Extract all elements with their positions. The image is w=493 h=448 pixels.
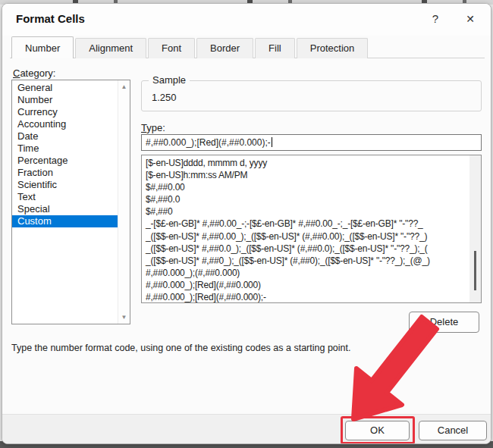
tab-font[interactable]: Font bbox=[148, 38, 195, 58]
type-input[interactable]: #,##0.000_);[Red](#,##0.000);- bbox=[141, 134, 482, 151]
type-option[interactable]: #,##0.000_);[Red](#,##0.000) bbox=[142, 279, 469, 291]
type-option[interactable]: #,##0.000_);(#,##0.000) bbox=[142, 267, 469, 279]
type-option[interactable]: [$-en-US]h:mm:ss AM/PM bbox=[142, 169, 469, 181]
tab-fill[interactable]: Fill bbox=[255, 38, 295, 58]
category-item-date[interactable]: Date bbox=[12, 130, 118, 143]
category-item-percentage[interactable]: Percentage bbox=[12, 155, 118, 167]
close-icon[interactable]: ✕ bbox=[457, 8, 483, 30]
footer-bar bbox=[2, 414, 491, 443]
category-item-number[interactable]: Number bbox=[12, 94, 118, 106]
scroll-down-icon[interactable]: ▼ bbox=[118, 314, 130, 321]
text-cursor bbox=[272, 137, 272, 147]
type-option[interactable]: $#,##0 bbox=[142, 205, 469, 218]
category-item-accounting[interactable]: Accounting bbox=[12, 118, 118, 130]
type-option[interactable]: _([$$-en-US]* #,##0.0_);_([$$-en-US]* (#… bbox=[142, 243, 469, 255]
sample-groupbox: Sample 1.250 bbox=[141, 80, 482, 111]
type-scrollbar[interactable] bbox=[469, 155, 481, 302]
help-icon[interactable]: ? bbox=[422, 8, 448, 30]
category-item-special[interactable]: Special bbox=[12, 203, 118, 215]
category-item-currency[interactable]: Currency bbox=[12, 106, 118, 118]
cancel-button[interactable]: Cancel bbox=[419, 421, 487, 440]
tab-protection[interactable]: Protection bbox=[297, 38, 369, 58]
delete-button[interactable]: Delete bbox=[409, 312, 479, 333]
ok-button[interactable]: OK bbox=[345, 421, 410, 440]
category-item-fraction[interactable]: Fraction bbox=[12, 167, 118, 179]
category-label: Category: bbox=[13, 67, 55, 79]
type-input-value: #,##0.000_);[Red](#,##0.000);- bbox=[146, 137, 271, 148]
category-item-general[interactable]: General bbox=[12, 82, 118, 94]
category-item-text[interactable]: Text bbox=[12, 191, 118, 203]
format-cells-dialog: Format Cells ? ✕ NumberAlignmentFontBord… bbox=[2, 3, 491, 444]
category-item-scientific[interactable]: Scientific bbox=[12, 179, 118, 191]
type-label: Type: bbox=[141, 122, 165, 133]
title-bar: Format Cells ? ✕ bbox=[2, 4, 491, 36]
type-options: [$-en-US]dddd, mmmm d, yyyy[$-en-US]h:mm… bbox=[142, 157, 469, 303]
category-scrollbar[interactable]: ▲ ▼ bbox=[118, 80, 130, 324]
scroll-up-icon[interactable]: ▲ bbox=[118, 83, 130, 90]
category-item-time[interactable]: Time bbox=[12, 143, 118, 155]
sample-value: 1.250 bbox=[152, 92, 177, 103]
type-option[interactable]: _([$$-en-US]* #,##0_);_([$$-en-US]* (#,#… bbox=[142, 255, 469, 267]
category-listbox[interactable]: GeneralNumberCurrencyAccountingDateTimeP… bbox=[11, 80, 130, 324]
type-option[interactable]: [$-en-US]dddd, mmmm d, yyyy bbox=[142, 157, 469, 169]
category-item-custom[interactable]: Custom bbox=[12, 215, 118, 227]
sample-label: Sample bbox=[149, 74, 190, 86]
type-listbox[interactable]: [$-en-US]dddd, mmmm d, yyyy[$-en-US]h:mm… bbox=[141, 155, 482, 303]
tab-border[interactable]: Border bbox=[196, 38, 253, 58]
type-option[interactable]: _([$$-en-US]* #,##0.00_);_([$$-en-US]* (… bbox=[142, 230, 469, 243]
help-text: Type the number format code, using one o… bbox=[11, 343, 351, 353]
type-option[interactable]: $#,##0.00 bbox=[142, 181, 469, 193]
type-option[interactable]: #,##0.000_);[Red](#,##0.000);- bbox=[142, 291, 469, 303]
type-scrollbar-thumb[interactable] bbox=[474, 251, 476, 290]
tab-alignment[interactable]: Alignment bbox=[75, 38, 146, 58]
tab-bar: NumberAlignmentFontBorderFillProtection bbox=[11, 37, 369, 58]
dialog-title: Format Cells bbox=[16, 12, 85, 25]
category-items: GeneralNumberCurrencyAccountingDateTimeP… bbox=[12, 82, 118, 227]
type-option[interactable]: _-[$£-en-GB]* #,##0.00_-;-[$£-en-GB]* #,… bbox=[142, 218, 469, 230]
tab-number[interactable]: Number bbox=[11, 36, 74, 58]
type-option[interactable]: $#,##0.0 bbox=[142, 193, 469, 205]
